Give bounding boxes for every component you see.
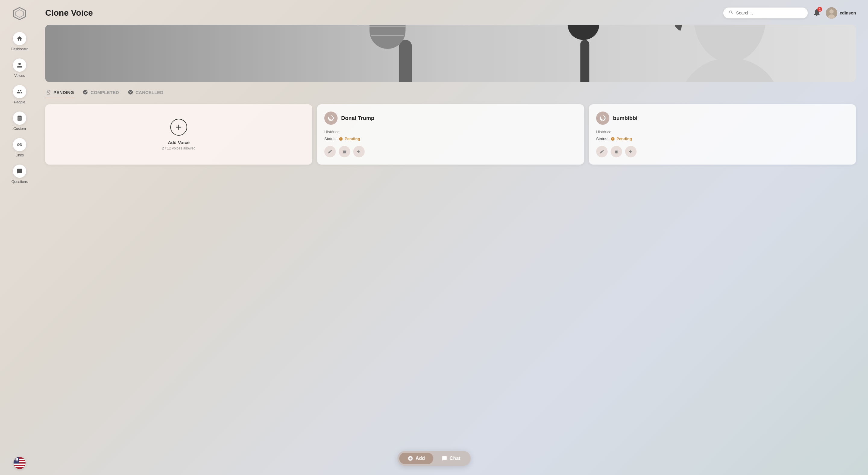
sidebar-item-custom[interactable]: Custom <box>6 109 33 133</box>
main-content: Clone Voice 1 <box>39 0 868 475</box>
add-button-label: Add <box>415 456 425 461</box>
svg-point-8 <box>15 458 16 459</box>
tab-cancelled-label: CANCELLED <box>135 90 164 95</box>
sidebar-item-people[interactable]: People <box>6 83 33 107</box>
voice-header-1: bumbibbi <box>596 112 849 125</box>
sidebar-label-people: People <box>14 100 25 104</box>
svg-marker-1 <box>16 10 24 18</box>
sidebar-label-custom: Custom <box>13 127 26 131</box>
voice-status-row-1: Status: Pending <box>596 136 849 141</box>
svg-point-14 <box>15 461 16 462</box>
add-voice-label: Add Voice <box>168 140 190 145</box>
page-title: Clone Voice <box>45 8 93 18</box>
svg-point-15 <box>16 461 17 462</box>
voice-status-row-0: Status: Pending <box>324 136 577 141</box>
header: Clone Voice 1 <box>45 7 856 19</box>
chat-button-label: Chat <box>450 456 461 461</box>
notification-bell[interactable]: 1 <box>812 8 821 18</box>
svg-point-13 <box>17 459 18 460</box>
add-button[interactable]: Add <box>399 453 433 464</box>
search-input[interactable] <box>736 10 802 15</box>
tab-completed[interactable]: COMPLETED <box>82 89 119 98</box>
svg-rect-23 <box>399 40 412 82</box>
language-flag[interactable] <box>13 457 26 469</box>
add-voice-card[interactable]: Add Voice 2 / 12 voices allowed <box>45 104 312 164</box>
voice-meta-1: Histórico <box>596 130 849 134</box>
status-pending-0: Pending <box>339 136 360 141</box>
svg-rect-5 <box>13 464 26 465</box>
voice-name-1: bumbibbi <box>613 115 638 122</box>
sidebar-item-links[interactable]: Links <box>6 136 33 160</box>
voices-grid: Add Voice 2 / 12 voices allowed Donal Tr… <box>45 104 856 164</box>
sidebar-label-questions: Questions <box>11 180 28 184</box>
home-icon <box>13 32 26 45</box>
voice-card-0: Donal Trump Histórico Status: Pending <box>317 104 584 164</box>
voice-avatar-0 <box>324 112 338 125</box>
notification-badge: 1 <box>817 7 822 12</box>
link-icon <box>13 138 26 151</box>
audio-button-0[interactable] <box>353 146 365 157</box>
voice-header-0: Donal Trump <box>324 112 577 125</box>
svg-point-16 <box>17 461 18 462</box>
chat-bubble-icon <box>13 164 26 178</box>
voice-avatar-1 <box>596 112 610 125</box>
svg-point-12 <box>16 459 17 460</box>
tab-cancelled[interactable]: CANCELLED <box>127 89 164 98</box>
svg-rect-7 <box>13 457 19 464</box>
avatar <box>826 7 837 19</box>
svg-rect-6 <box>13 466 26 467</box>
person-icon <box>13 59 26 72</box>
sidebar: Dashboard Voices People Custom <box>0 0 39 475</box>
bottom-bar: Add Chat <box>398 451 471 466</box>
svg-point-9 <box>16 458 17 459</box>
header-right: 1 edinson <box>723 7 856 19</box>
book-icon <box>13 112 26 125</box>
sidebar-item-questions[interactable]: Questions <box>6 162 33 186</box>
sidebar-label-dashboard: Dashboard <box>11 47 29 51</box>
people-icon <box>13 85 26 98</box>
tab-pending[interactable]: PENDING <box>45 89 74 98</box>
checkmark-circle-icon <box>82 89 88 95</box>
sidebar-item-voices[interactable]: Voices <box>6 56 33 80</box>
hourglass-icon <box>45 89 51 95</box>
search-icon <box>729 10 734 16</box>
status-value-0: Pending <box>344 136 360 141</box>
voice-card-1: bumbibbi Histórico Status: Pending <box>589 104 856 164</box>
svg-point-19 <box>830 9 834 13</box>
svg-point-10 <box>17 458 18 459</box>
voice-name-0: Donal Trump <box>341 115 374 122</box>
delete-button-1[interactable] <box>611 146 622 157</box>
search-bar[interactable] <box>723 7 808 19</box>
status-pending-1: Pending <box>611 136 632 141</box>
app-logo[interactable] <box>12 6 27 21</box>
x-circle-icon <box>127 89 133 95</box>
tabs: PENDING COMPLETED CANCELLED <box>45 89 856 98</box>
status-value-1: Pending <box>616 136 632 141</box>
banner-image <box>45 25 856 82</box>
username: edinson <box>840 10 856 15</box>
svg-point-11 <box>15 459 16 460</box>
voice-actions-1 <box>596 146 849 157</box>
chat-button[interactable]: Chat <box>433 453 469 464</box>
user-profile[interactable]: edinson <box>826 7 856 19</box>
status-label-1: Status: <box>596 136 608 141</box>
tab-completed-label: COMPLETED <box>90 90 119 95</box>
delete-button-0[interactable] <box>339 146 350 157</box>
svg-rect-32 <box>580 40 589 82</box>
sidebar-label-voices: Voices <box>14 73 25 78</box>
edit-button-0[interactable] <box>324 146 336 157</box>
voice-meta-0: Histórico <box>324 130 577 134</box>
audio-button-1[interactable] <box>625 146 637 157</box>
tab-pending-label: PENDING <box>53 90 74 95</box>
add-circle <box>170 119 187 136</box>
sidebar-item-dashboard[interactable]: Dashboard <box>6 30 33 54</box>
edit-button-1[interactable] <box>596 146 608 157</box>
sidebar-label-links: Links <box>16 153 24 157</box>
add-voice-sublabel: 2 / 12 voices allowed <box>162 146 195 150</box>
voice-actions-0 <box>324 146 577 157</box>
status-label-0: Status: <box>324 136 336 141</box>
